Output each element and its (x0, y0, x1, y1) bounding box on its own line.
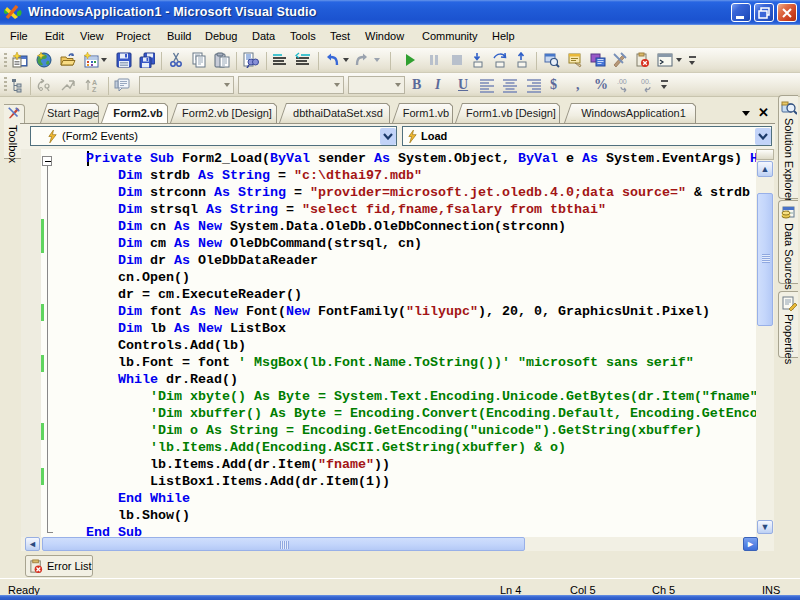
svg-text:A: A (92, 79, 97, 86)
svg-text:Z: Z (92, 86, 97, 93)
svg-text:00.: 00. (641, 78, 651, 85)
svg-text:.00: .00 (617, 78, 627, 85)
